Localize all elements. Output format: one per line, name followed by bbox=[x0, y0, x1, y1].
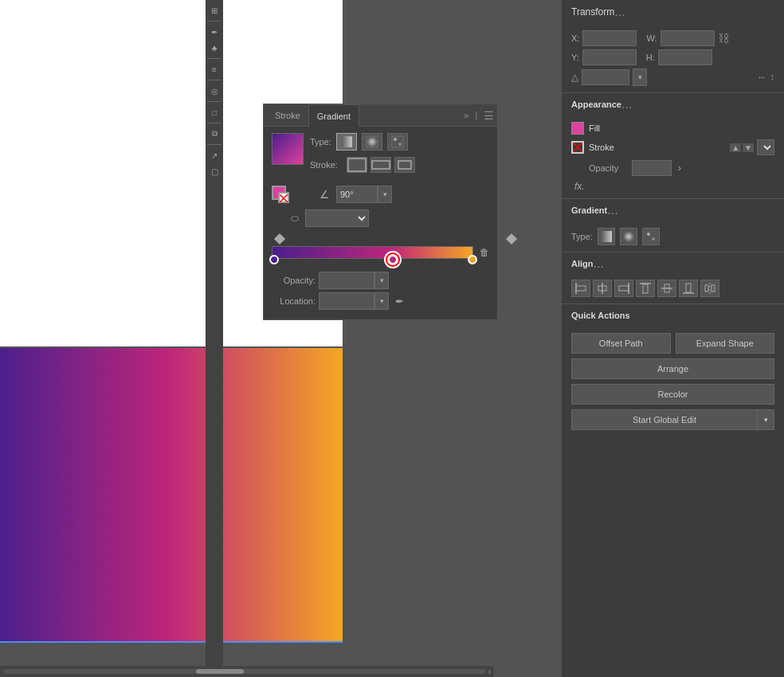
align-vertical-center-btn[interactable] bbox=[657, 280, 676, 297]
angle-dropdown[interactable]: ▾ bbox=[378, 186, 392, 203]
opacity-expand-btn[interactable]: › bbox=[678, 162, 681, 174]
stroke-btn-1[interactable] bbox=[347, 157, 367, 173]
distribute-h-btn[interactable] bbox=[700, 280, 719, 297]
fill-swatch[interactable] bbox=[571, 122, 584, 135]
svg-rect-7 bbox=[398, 161, 411, 169]
svg-point-15 bbox=[647, 233, 650, 236]
opacity-app-input[interactable]: 100% bbox=[632, 160, 672, 176]
location-input[interactable]: 59.9442% bbox=[319, 292, 374, 310]
stroke-swatch-app[interactable] bbox=[571, 141, 584, 154]
location-dropdown[interactable]: ▾ bbox=[374, 292, 389, 310]
y-input[interactable]: 6.6279 in bbox=[582, 49, 637, 65]
toolbar-sep-2 bbox=[207, 58, 221, 59]
opacity-input[interactable]: 100% bbox=[319, 272, 374, 289]
align-right-btn[interactable] bbox=[614, 280, 633, 297]
svg-rect-1 bbox=[367, 136, 378, 147]
appearance-more-btn[interactable]: ··· bbox=[621, 100, 632, 115]
gradient-more-btn[interactable]: ··· bbox=[607, 206, 617, 221]
w-input[interactable]: 11 in bbox=[661, 30, 715, 46]
svg-rect-21 bbox=[619, 286, 629, 291]
svg-rect-30 bbox=[711, 285, 715, 292]
flip-v-btn[interactable]: ↕ bbox=[770, 72, 774, 83]
scroll-arrow-right[interactable]: › bbox=[488, 667, 494, 676]
club-icon[interactable]: ♣ bbox=[207, 41, 221, 55]
pen-icon[interactable]: ✒ bbox=[207, 25, 221, 39]
freeform-icon-right bbox=[645, 230, 657, 243]
gradient-stop-middle[interactable] bbox=[387, 254, 398, 265]
ellipse-icon: ⬭ bbox=[291, 213, 299, 224]
h-input[interactable]: 3.7442 in bbox=[658, 49, 712, 65]
opacity-app-label: Opacity bbox=[589, 163, 627, 173]
h-label: H: bbox=[646, 53, 655, 62]
linear-gradient-icon bbox=[340, 135, 353, 148]
svg-rect-17 bbox=[576, 286, 586, 291]
expand-shape-btn[interactable]: Expand Shape bbox=[676, 333, 775, 354]
start-global-edit-arrow[interactable]: ▾ bbox=[757, 409, 774, 430]
panel-menu-icon[interactable]: ☰ bbox=[484, 109, 494, 122]
align-bottom-btn[interactable] bbox=[679, 280, 698, 297]
freeform-btn-right[interactable] bbox=[642, 228, 660, 245]
scrollbar-track[interactable] bbox=[3, 669, 485, 674]
angle-input[interactable]: 0° bbox=[582, 69, 629, 85]
start-global-edit-btn[interactable]: Start Global Edit bbox=[571, 409, 757, 430]
arrange-icon[interactable]: ⊞ bbox=[207, 3, 221, 18]
stop-diamond-right[interactable] bbox=[506, 233, 517, 245]
stroke-up-btn[interactable]: ▲ bbox=[730, 143, 741, 152]
gradient-right-section: Gradient ··· Type: bbox=[562, 199, 784, 252]
x-input[interactable]: 5.5 in bbox=[582, 30, 637, 46]
circle-icon[interactable]: ◎ bbox=[207, 84, 221, 98]
tab-gradient[interactable]: Gradient bbox=[308, 104, 359, 127]
constrain-icon[interactable]: ⛓ bbox=[718, 32, 729, 45]
x-stroke-icon bbox=[280, 194, 288, 202]
lines-icon[interactable]: ≡ bbox=[207, 62, 221, 76]
align-right-icon bbox=[618, 283, 629, 294]
tab-stroke[interactable]: Stroke bbox=[267, 104, 308, 127]
transform-title: Transform bbox=[571, 6, 614, 18]
angle-dropdown-btn[interactable]: ▾ bbox=[633, 68, 647, 86]
eyedropper-icon[interactable]: ✒ bbox=[395, 295, 404, 307]
toolbar-sep-3 bbox=[207, 80, 221, 80]
gradient-stop-left[interactable] bbox=[269, 255, 279, 264]
stroke-app-row: Stroke ▲ ▼ bbox=[571, 139, 774, 155]
canvas-scrollbar-h[interactable]: › bbox=[0, 666, 494, 677]
stroke-dropdown[interactable] bbox=[757, 139, 774, 155]
opacity-dropdown[interactable]: ▾ bbox=[374, 272, 389, 289]
stroke-icon-3 bbox=[395, 158, 414, 172]
distribute-h-icon bbox=[704, 283, 715, 294]
freeform-gradient-btn[interactable] bbox=[387, 133, 408, 151]
gradient-bar[interactable] bbox=[272, 246, 473, 259]
offset-path-btn[interactable]: Offset Path bbox=[571, 333, 671, 354]
freeform-gradient-icon bbox=[391, 135, 404, 148]
align-horizontal-center-btn[interactable] bbox=[593, 280, 612, 297]
layer-icon[interactable]: ⧉ bbox=[207, 127, 221, 141]
recolor-btn[interactable]: Recolor bbox=[571, 384, 774, 405]
stroke-down-btn[interactable]: ▼ bbox=[743, 143, 754, 152]
svg-rect-14 bbox=[645, 231, 657, 242]
align-bottom-icon bbox=[683, 283, 694, 294]
align-top-btn[interactable] bbox=[636, 280, 655, 297]
stop-diamond-left[interactable] bbox=[274, 233, 285, 245]
gradient-stop-right[interactable] bbox=[468, 255, 477, 264]
angle-input[interactable]: 90° bbox=[336, 186, 378, 203]
align-left-to-btn[interactable] bbox=[571, 280, 590, 297]
opacity-row: Opacity: 100% ▾ bbox=[272, 272, 489, 289]
stroke-btn-3[interactable] bbox=[394, 157, 415, 173]
radial-btn-right[interactable] bbox=[620, 228, 637, 245]
transform-more-btn[interactable]: ··· bbox=[614, 8, 625, 22]
stroke-btn-2[interactable] bbox=[370, 157, 391, 173]
align-more-btn[interactable]: ··· bbox=[594, 260, 604, 274]
appearance-title: Appearance bbox=[571, 100, 621, 109]
fx-label: fx. bbox=[571, 181, 585, 192]
panel-expand-icon[interactable]: » bbox=[464, 110, 469, 121]
crop-icon[interactable]: ▢ bbox=[207, 164, 221, 178]
delete-stop-btn[interactable]: 🗑 bbox=[480, 247, 489, 258]
linear-gradient-btn[interactable] bbox=[336, 133, 357, 151]
flip-h-btn[interactable]: ↔ bbox=[757, 72, 766, 83]
svg-rect-5 bbox=[348, 158, 366, 171]
export-icon[interactable]: ↗ bbox=[207, 148, 221, 162]
arrange-btn[interactable]: Arrange bbox=[571, 358, 774, 379]
linear-btn-right[interactable] bbox=[598, 228, 615, 245]
radial-gradient-btn[interactable] bbox=[362, 133, 382, 151]
square-icon[interactable]: □ bbox=[207, 105, 221, 119]
aspect-select[interactable] bbox=[305, 209, 369, 227]
